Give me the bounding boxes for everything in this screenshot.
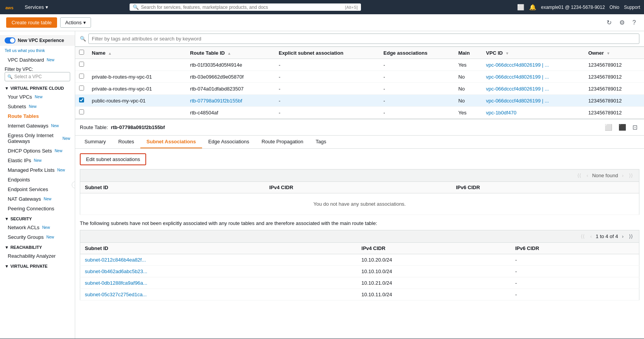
top-nav-right: ⬜ 🔔 example01 @ 1234-5678-9012 Ohio Supp… <box>517 4 640 11</box>
implicit-pag-prev-btn[interactable]: ‹ <box>588 233 593 240</box>
filter-vpc-label: Filter by VPC: <box>5 67 33 72</box>
implicit-subnet-link[interactable]: subnet-0b462ad6abc5b23... <box>85 269 147 274</box>
implicit-table-row: subnet-0b462ad6abc5b23... 10.10.10.0/24 … <box>80 266 639 277</box>
implicit-subnet-id-col: Subnet ID <box>80 243 357 254</box>
route-tables-table: Name ▲ Route Table ID ▲ Explicit subnet … <box>75 47 644 119</box>
sidebar-item-dhcp[interactable]: DHCP Options Sets New <box>0 146 75 156</box>
create-route-table-button[interactable]: Create route table <box>6 17 57 28</box>
select-all-checkbox[interactable] <box>79 50 84 55</box>
cloud9-icon[interactable]: ⬜ <box>517 4 524 11</box>
edge-col-header: Edge associations <box>379 47 454 59</box>
implicit-subnet-link[interactable]: subnet-0212c846b4ea82f... <box>85 257 146 263</box>
row-checkbox[interactable] <box>79 109 84 114</box>
detail-expand-icon[interactable]: ⬜ <box>603 123 614 132</box>
sidebar-item-prefix-lists[interactable]: Managed Prefix Lists New <box>0 165 75 175</box>
vpc-dashboard-label: VPC Dashboard <box>8 57 44 63</box>
explicit-subnet-id-col: Subnet ID <box>80 182 265 193</box>
explicit-associations-table: Subnet ID IPv4 CIDR IPv6 CIDR You do not… <box>80 181 639 215</box>
row-main: No <box>455 83 482 95</box>
vpc-dashboard-item[interactable]: VPC Dashboard New <box>0 55 75 65</box>
vpc-group-text: VIRTUAL PRIVATE CLOUD <box>10 86 64 91</box>
table-row[interactable]: rtb-c48504af - - Yes vpc-1b0df470 123456… <box>75 107 644 119</box>
tab-edge-associations[interactable]: Edge Associations <box>202 136 255 148</box>
row-vpc: vpc-066dcccf4d8026199 | ... <box>482 71 584 83</box>
sidebar-item-subnets[interactable]: Subnets New <box>0 102 75 111</box>
sidebar-item-network-acls[interactable]: Network ACLs New <box>0 223 75 232</box>
row-id: rtb-074a01dfabd823507 <box>186 83 275 95</box>
account-label[interactable]: example01 @ 1234-5678-9012 <box>541 5 605 10</box>
sidebar-item-reachability-analyzer[interactable]: Reachability Analyzer <box>0 251 75 261</box>
detail-route-table-info: Route Table: rtb-07798a091f2b155bf <box>80 124 165 130</box>
row-name <box>88 59 186 71</box>
settings-button[interactable]: ⚙ <box>617 18 627 27</box>
table-row[interactable]: private-b-routes-my-vpc-01 rtb-03e09662d… <box>75 71 644 83</box>
new-vpc-link[interactable]: Tell us what you think <box>0 48 75 55</box>
pag-prev-btn[interactable]: ‹ <box>585 172 590 179</box>
row-checkbox[interactable] <box>79 62 84 67</box>
region-label[interactable]: Ohio <box>610 5 619 10</box>
implicit-pag-last-btn[interactable]: ⟩⟩ <box>627 233 634 240</box>
sidebar-item-nat-gateways[interactable]: NAT Gateways New <box>0 194 75 204</box>
table-row[interactable]: rtb-01f30354d05f4914e - - Yes vpc-066dcc… <box>75 59 644 71</box>
tab-tags[interactable]: Tags <box>310 136 332 148</box>
pag-next-btn[interactable]: › <box>620 172 625 179</box>
implicit-subnet-link[interactable]: subnet-05c327c275ed1ca... <box>85 292 147 297</box>
pag-first-btn[interactable]: ⟨⟨ <box>576 172 583 179</box>
sidebar-item-egress-internet-gateways[interactable]: Egress Only Internet Gateways New <box>0 131 75 146</box>
tab-routes[interactable]: Routes <box>112 136 140 148</box>
row-explicit: - <box>275 59 380 71</box>
implicit-associations-note: The following subnets have not been expl… <box>80 220 639 226</box>
row-checkbox[interactable] <box>79 74 84 79</box>
sidebar: New VPC Experience Tell us what you thin… <box>0 31 75 339</box>
vpc-filter-placeholder: Select a VPC <box>14 74 42 79</box>
bell-icon[interactable]: 🔔 <box>529 4 536 11</box>
sidebar-item-endpoints[interactable]: Endpoints <box>0 175 75 185</box>
implicit-ipv6: - <box>511 266 639 277</box>
row-name <box>88 107 186 119</box>
svg-text:aws: aws <box>5 5 13 10</box>
edit-subnet-associations-button[interactable]: Edit subnet associations <box>80 153 146 165</box>
sidebar-item-internet-gateways[interactable]: Internet Gateways New <box>0 121 75 131</box>
detail-close-icon[interactable]: ⊡ <box>631 123 639 132</box>
chevron-down-icon: ▾ <box>46 4 48 10</box>
tab-summary[interactable]: Summary <box>78 136 112 148</box>
row-checkbox-cell <box>75 95 88 107</box>
explicit-pagination-text: None found <box>592 173 618 178</box>
table-row[interactable]: private-a-routes-my-vpc-01 rtb-074a01dfa… <box>75 83 644 95</box>
filter-input[interactable] <box>88 34 639 44</box>
sidebar-item-elastic-ips[interactable]: Elastic IPs New <box>0 156 75 165</box>
vpc-filter-select[interactable]: 🔍 Select a VPC <box>5 72 70 81</box>
implicit-associations-table: Subnet ID IPv4 CIDR IPv6 CIDR subnet-021… <box>80 242 639 300</box>
row-checkbox[interactable] <box>79 86 84 91</box>
tab-route-propagation[interactable]: Route Propagation <box>255 136 309 148</box>
refresh-button[interactable]: ↻ <box>605 18 614 27</box>
row-name: private-b-routes-my-vpc-01 <box>88 71 186 83</box>
implicit-pag-next-btn[interactable]: › <box>620 233 625 240</box>
explicit-empty-row: You do not have any subnet associations. <box>80 193 639 215</box>
tab-subnet-associations[interactable]: Subnet Associations <box>140 136 202 148</box>
detail-split-icon[interactable]: ⬛ <box>617 123 628 132</box>
table-row[interactable]: public-routes-my-vpc-01 rtb-07798a091f2b… <box>75 95 644 107</box>
implicit-pag-first-btn[interactable]: ⟨⟨ <box>579 233 586 240</box>
help-button[interactable]: ? <box>631 18 638 27</box>
implicit-ipv4-col: IPv4 CIDR <box>357 243 511 254</box>
sidebar-item-peering[interactable]: Peering Connections <box>0 204 75 213</box>
search-icon: 🔍 <box>133 4 139 10</box>
implicit-subnet-link[interactable]: subnet-0db1288fca9af96a... <box>85 280 147 286</box>
row-main: No <box>455 95 482 107</box>
actions-button[interactable]: Actions ▾ <box>60 17 91 28</box>
services-button[interactable]: Services ▾ <box>22 4 51 10</box>
global-search-input[interactable] <box>141 5 343 10</box>
implicit-ipv4: 10.10.20.0/24 <box>357 254 511 266</box>
support-label[interactable]: Support <box>624 5 640 10</box>
detail-header: Route Table: rtb-07798a091f2b155bf ⬜ ⬛ ⊡ <box>75 119 644 136</box>
chevron-down-icon: ▼ <box>5 86 9 91</box>
sidebar-item-endpoint-services[interactable]: Endpoint Services <box>0 185 75 194</box>
sidebar-item-security-groups[interactable]: Security Groups New <box>0 232 75 242</box>
sidebar-item-route-tables[interactable]: Route Tables <box>0 111 75 121</box>
row-checkbox[interactable] <box>79 97 84 102</box>
pag-last-btn[interactable]: ⟩⟩ <box>627 172 634 179</box>
implicit-ipv6: - <box>511 254 639 266</box>
new-vpc-toggle[interactable] <box>5 37 15 44</box>
sidebar-item-your-vpcs[interactable]: Your VPCs New <box>0 92 75 102</box>
